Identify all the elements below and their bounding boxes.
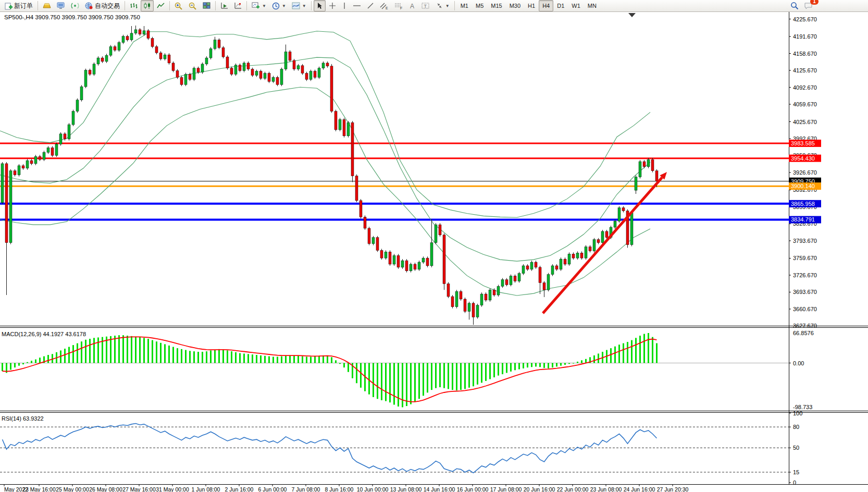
candlestick-chart-icon — [143, 2, 151, 9]
rsi-scale-label: 80 — [793, 424, 799, 430]
bullish-candle — [205, 58, 208, 64]
indicators-button[interactable]: ▼ — [289, 0, 309, 11]
horizontal-line-tool-button[interactable] — [350, 0, 364, 11]
macd-histogram-bar — [227, 350, 228, 363]
zoom-out-button[interactable] — [186, 0, 200, 11]
price-tick-label: 3926.670 — [793, 169, 817, 176]
autotrading-button[interactable]: 自动交易 — [82, 0, 122, 11]
chart-canvas[interactable]: SP500-,H4 3909.750 3909.750 3909.750 390… — [0, 12, 868, 492]
chart-window[interactable]: SP500-,H4 3909.750 3909.750 3909.750 390… — [0, 12, 868, 492]
timeframe-button-h4[interactable]: H4 — [539, 0, 553, 11]
trendline-tool-button[interactable] — [364, 0, 377, 11]
notifications-button[interactable]: 1 — [802, 0, 816, 11]
bullish-candle — [489, 290, 491, 300]
bearish-candle — [343, 119, 345, 136]
bearish-candle — [526, 266, 529, 269]
macd-scale-max: 66.8576 — [793, 330, 814, 336]
macd-histogram-bar — [502, 363, 503, 375]
bearish-candle — [289, 52, 291, 60]
bearish-candle — [101, 58, 104, 62]
macd-histogram-bar — [189, 351, 191, 363]
timeframe-button-h1[interactable]: H1 — [524, 0, 539, 11]
search-button[interactable] — [788, 0, 801, 11]
price-tick-label: 4191.670 — [793, 33, 817, 40]
macd-histogram-bar — [202, 352, 203, 363]
tile-windows-button[interactable] — [200, 0, 213, 11]
time-tick-label: 8 Jun 16:00 — [325, 486, 354, 492]
equidistant-channel-tool-button[interactable]: E — [377, 0, 391, 11]
bearish-candle — [460, 291, 462, 299]
bar-chart-button[interactable] — [127, 0, 140, 11]
macd-histogram-bar — [293, 355, 295, 363]
bullish-candle — [76, 100, 79, 112]
bearish-candle — [247, 63, 250, 69]
new-order-button[interactable]: 新订单 — [2, 0, 35, 11]
new-chart-button[interactable]: ▼ — [249, 0, 269, 11]
bearish-candle — [293, 60, 295, 69]
signal-button[interactable] — [68, 0, 82, 11]
price-badge-value: 3900.140 — [791, 183, 815, 189]
zoom-in-button[interactable] — [172, 0, 185, 11]
text-tool-button[interactable]: A — [406, 0, 418, 11]
bearish-candle — [485, 294, 487, 300]
macd-histogram-bar — [231, 351, 232, 363]
bearish-candle — [643, 162, 646, 167]
bullish-candle — [530, 262, 533, 269]
timeframe-button-m1[interactable]: M1 — [457, 0, 472, 11]
macd-histogram-bar — [252, 354, 253, 363]
timeframe-button-mn[interactable]: MN — [584, 0, 600, 11]
price-tick-label: 4158.670 — [793, 51, 817, 57]
bearish-candle — [222, 47, 225, 57]
rsi-scale-label: 100 — [793, 410, 802, 416]
chart-shift-button[interactable] — [231, 0, 244, 11]
macd-histogram-bar — [31, 361, 32, 363]
bearish-candle — [589, 247, 591, 251]
terminal-icon — [57, 2, 65, 9]
macd-histogram-bar — [539, 363, 541, 367]
bullish-candle — [59, 134, 62, 144]
bullish-candle — [614, 221, 616, 227]
bearish-candle — [376, 238, 379, 251]
timeframe-button-m15[interactable]: M15 — [487, 0, 505, 11]
bearish-candle — [447, 284, 450, 297]
vertical-line-tool-button[interactable] — [339, 0, 350, 11]
macd-histogram-bar — [635, 338, 637, 363]
timeframe-button-m30[interactable]: M30 — [506, 0, 524, 11]
macd-histogram-bar — [18, 363, 20, 366]
macd-histogram-bar — [314, 356, 316, 363]
arrows-tool-button[interactable]: ▼ — [433, 0, 452, 11]
price-tick-label: 4092.670 — [793, 84, 817, 91]
text-label-icon: T — [421, 2, 430, 9]
bullish-candle — [497, 286, 500, 295]
strategy-tester-button[interactable] — [218, 0, 231, 11]
candle-chart-button[interactable] — [141, 0, 154, 11]
text-label-tool-button[interactable]: T — [419, 0, 432, 11]
time-tick-label: 25 May 00:00 — [56, 486, 89, 492]
timeframe-button-m5[interactable]: M5 — [472, 0, 487, 11]
cursor-tool-button[interactable] — [314, 0, 326, 11]
bullish-candle — [518, 274, 520, 281]
bullish-candle — [109, 46, 112, 55]
crosshair-tool-button[interactable] — [326, 0, 339, 11]
fibonacci-tool-button[interactable]: F — [392, 0, 406, 11]
timeframe-button-w1[interactable]: W1 — [568, 0, 584, 11]
bullish-candle — [80, 87, 83, 100]
market-watch-button[interactable] — [40, 0, 54, 11]
macd-histogram-bar — [239, 353, 241, 363]
profiles-button[interactable]: ▼ — [269, 0, 289, 11]
line-chart-button[interactable] — [154, 0, 167, 11]
macd-histogram-bar — [564, 363, 566, 365]
macd-histogram-bar — [514, 363, 516, 371]
timeframe-button-d1[interactable]: D1 — [553, 0, 568, 11]
bullish-candle — [134, 30, 137, 33]
terminal-button[interactable] — [54, 0, 68, 11]
macd-histogram-bar — [77, 343, 78, 363]
bullish-candle — [34, 156, 37, 164]
time-tick-label: 22 Jun 00:00 — [557, 486, 589, 492]
macd-histogram-bar — [652, 337, 653, 363]
bullish-candle — [26, 161, 29, 168]
bearish-candle — [230, 68, 233, 75]
bullish-candle — [560, 259, 562, 269]
trendline-icon — [367, 2, 374, 9]
bullish-candle — [468, 303, 470, 312]
